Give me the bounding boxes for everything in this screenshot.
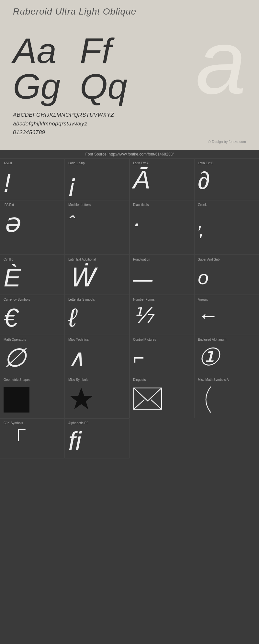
char-block-dingbats: Dingbats (130, 375, 194, 418)
char-block-label-enclosedalphanum: Enclosed Alphanum (198, 338, 226, 341)
char-block-ciksymbols: CJK Symbols「 (0, 418, 65, 458)
char-block-cyrillic: CyrillicÈ (0, 255, 65, 295)
char-block-numberforms: Number Forms⅐ (130, 295, 194, 335)
letter-large-a: a (196, 17, 246, 107)
char-block-label-superandsub: Super And Sub (198, 258, 220, 261)
svg-line-2 (134, 400, 144, 409)
alphabet-uppercase: ABCDEFGHIJKLMNOPQRSTUVWXYZ abcdefghijklm… (13, 111, 246, 137)
char-block-label-latin1sup: Latin 1 Sup (68, 161, 85, 165)
char-block-latinextb: Latin Ext B∂ (194, 158, 259, 200)
char-block-superandsub: Super And Subo (194, 255, 259, 295)
char-block-label-ipaext: IPA Ext (4, 203, 14, 207)
char-block-latinextadditional: Latin Ext AdditionalẆ (65, 255, 130, 295)
char-block-miscsymbols: Misc Symbols (65, 375, 130, 418)
char-block-ipaext: IPA Extə (0, 200, 65, 255)
char-block-controlpictures: Control Pictures⌐ (130, 335, 194, 375)
char-block-latin1sup: Latin 1 Sup¡ (65, 158, 130, 200)
copyright: © Design by fontke.com (13, 140, 246, 145)
char-block-label-latinextb: Latin Ext B (198, 161, 213, 165)
char-block-label-mathoperators: Math Operators (4, 338, 26, 341)
char-block-miscmathsymbolsa: Misc Math Symbols A (194, 375, 259, 418)
char-block-arrows: Arrows← (194, 295, 259, 335)
char-block-label-arrows: Arrows (198, 298, 208, 301)
char-block-alphabeticpf: Alphabetic PFﬁ (65, 418, 130, 458)
char-block-label-greek: Greek (198, 203, 207, 207)
char-block-latinexta: Latin Ext AĀ (130, 158, 194, 200)
char-block-label-ascii: ASCII (4, 161, 12, 165)
char-block-label-miscsymbols: Misc Symbols (68, 378, 88, 381)
char-block-label-latinextadditional: Latin Ext Additional (68, 258, 96, 261)
char-block-ascii: ASCII! (0, 158, 65, 200)
char-block-label-letterlikesymbols: Letterlike Symbols (68, 298, 95, 301)
char-block-currencysymbols: Currency Symbols€ (0, 295, 65, 335)
char-block-label-misctechnical: Misc Technical (68, 338, 89, 341)
char-block-label-alphabeticpf: Alphabetic PF (68, 421, 88, 425)
svg-marker-0 (70, 388, 93, 409)
char-block-diacriticals: Diacriticals· (130, 200, 194, 255)
preview-section: Ruberoid Ultra Light Oblique Aa Gg Ff Qq… (0, 0, 259, 150)
letter-pair-gg: Gg (13, 69, 61, 104)
char-block-label-ciksymbols: CJK Symbols (4, 421, 23, 425)
char-block-modletters: Modifier Lettersˆ (65, 200, 130, 255)
char-block-punctuation: Punctuation— (130, 255, 194, 295)
char-block-label-latinexta: Latin Ext A (133, 161, 149, 165)
char-block-label-geometricshapes: Geometric Shapes (4, 378, 30, 381)
char-grid: ASCII!Latin 1 Sup¡Latin Ext AĀLatin Ext … (0, 158, 259, 458)
letter-grid: Aa Gg Ff Qq a (13, 20, 246, 104)
char-block-label-modletters: Modifier Letters (68, 203, 91, 207)
char-block-letterlikesymbols: Letterlike Symbolsℓ (65, 295, 130, 335)
letter-pair-aa: Aa (13, 33, 61, 69)
char-block-enclosedalphanum: Enclosed Alphanum① (194, 335, 259, 375)
char-block-label-cyrillic: Cyrillic (4, 258, 13, 261)
svg-line-3 (151, 400, 162, 409)
bracket-svg (198, 385, 214, 414)
char-block-label-currencysymbols: Currency Symbols (4, 298, 30, 301)
char-block-label-dingbats: Dingbats (133, 378, 146, 381)
char-block-greek: Greek,' (194, 200, 259, 255)
char-block-mathoperators: Math Operators∅ (0, 335, 65, 375)
char-block-label-diacriticals: Diacriticals (133, 203, 149, 207)
char-block-label-miscmathsymbolsa: Misc Math Symbols A (198, 378, 229, 381)
letter-pair-qq: Qq (80, 69, 128, 104)
star-svg (68, 386, 94, 412)
char-block-label-numberforms: Number Forms (133, 298, 155, 301)
char-block-label-punctuation: Punctuation (133, 258, 150, 261)
font-source: Font Source: http://www.fontke.com/font/… (0, 150, 259, 158)
envelope-svg (133, 387, 162, 410)
char-block-geometricshapes: Geometric Shapes (0, 375, 65, 418)
letter-pair-ff: Ff (80, 33, 128, 69)
svg-rect-1 (134, 388, 162, 409)
char-block-label-controlpictures: Control Pictures (133, 338, 156, 341)
char-block-misctechnical: Misc Technical∧ (65, 335, 130, 375)
